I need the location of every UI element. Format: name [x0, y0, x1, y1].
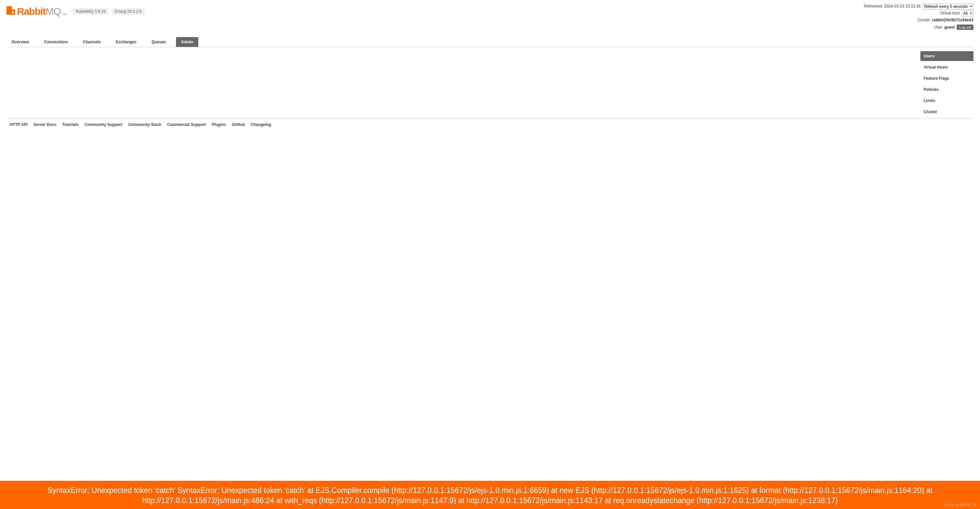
side-item-cluster[interactable]: Cluster	[920, 107, 974, 117]
vhost-select[interactable]: All	[962, 11, 974, 16]
side-item-feature-flags[interactable]: Feature Flags	[920, 73, 974, 83]
tab-connections[interactable]: Connections	[39, 37, 73, 47]
logo-text-mq: MQ	[46, 6, 60, 17]
refresh-interval-select[interactable]: Refresh every 5 seconds	[923, 3, 974, 10]
top-right-status: Refreshed 2024-03-23 15:22:16 Refresh ev…	[864, 3, 974, 31]
vhost-label: Virtual host	[940, 10, 960, 16]
refreshed-time: 2024-03-23 15:22:16	[884, 3, 921, 10]
admin-side-nav: UsersVirtual HostsFeature FlagsPoliciesL…	[920, 47, 974, 118]
svg-rect-2	[6, 10, 15, 15]
logo-tm: TM	[62, 13, 66, 17]
logout-button[interactable]: Log out	[957, 25, 974, 30]
footer-link-server-docs[interactable]: Server Docs	[33, 122, 56, 127]
footer-link-changelog[interactable]: Changelog	[251, 122, 271, 127]
logo-area: RabbitMQ TM RabbitMQ 3.9.29 Erlang 25.3.…	[6, 3, 145, 17]
side-item-users[interactable]: Users	[920, 51, 974, 61]
cluster-name: rabbit@5c5b71c94ed3	[932, 17, 974, 23]
main-content-area	[6, 47, 920, 118]
side-item-virtual-hosts[interactable]: Virtual Hosts	[920, 62, 974, 72]
tab-admin[interactable]: Admin	[176, 37, 198, 47]
tab-exchanges[interactable]: Exchanges	[111, 37, 141, 47]
user-name: guest	[944, 24, 955, 30]
footer-links: HTTP APIServer DocsTutorialsCommunity Su…	[6, 118, 974, 134]
main-tabs: OverviewConnectionsChannelsExchangesQueu…	[6, 37, 974, 47]
logo-text-rabbit: Rabbit	[17, 6, 46, 17]
footer-link-http-api[interactable]: HTTP API	[10, 122, 27, 127]
footer-link-github[interactable]: GitHub	[232, 122, 245, 127]
svg-rect-3	[12, 11, 14, 13]
erlang-version-badge: Erlang 25.3.2.9	[111, 8, 145, 15]
footer-link-tutorials[interactable]: Tutorials	[62, 122, 79, 127]
tab-queues[interactable]: Queues	[146, 37, 171, 47]
side-item-policies[interactable]: Policies	[920, 85, 974, 94]
user-label: User	[934, 24, 942, 30]
footer-link-commercial-support[interactable]: Commercial Support	[167, 122, 206, 127]
svg-rect-0	[6, 6, 9, 10]
tab-channels[interactable]: Channels	[78, 37, 105, 47]
footer-link-community-support[interactable]: Community Support	[84, 122, 122, 127]
cluster-label: Cluster	[918, 17, 930, 23]
footer-link-community-slack[interactable]: Community Slack	[128, 122, 161, 127]
footer-link-plugins[interactable]: Plugins	[212, 122, 226, 127]
tab-overview[interactable]: Overview	[6, 37, 34, 47]
rabbitmq-icon	[6, 6, 15, 14]
refreshed-label: Refreshed	[864, 3, 882, 10]
side-item-limits[interactable]: Limits	[920, 96, 974, 105]
rabbitmq-version-badge: RabbitMQ 3.9.29	[72, 8, 109, 15]
svg-rect-1	[10, 6, 12, 10]
brand-logo: RabbitMQ TM	[6, 6, 66, 17]
